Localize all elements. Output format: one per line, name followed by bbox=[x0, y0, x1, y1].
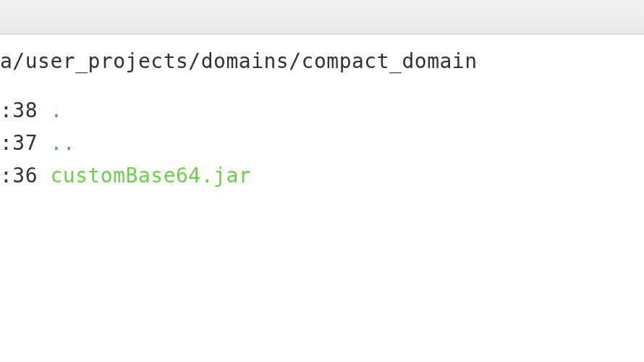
dir-current: . bbox=[50, 98, 62, 122]
time-col: :36 bbox=[0, 164, 38, 188]
list-item: :37 .. bbox=[0, 127, 644, 160]
path-line: a/user_projects/domains/compact_domain bbox=[0, 35, 644, 73]
list-item: :38 . bbox=[0, 95, 644, 127]
terminal-titlebar bbox=[0, 0, 644, 35]
dir-parent: .. bbox=[50, 131, 75, 155]
list-item: :36 customBase64.jar bbox=[0, 160, 644, 193]
time-col: :37 bbox=[0, 131, 38, 155]
file-jar: customBase64.jar bbox=[50, 164, 251, 188]
directory-listing: :38 . :37 .. :36 customBase64.jar bbox=[0, 73, 644, 192]
time-col: :38 bbox=[0, 98, 38, 122]
